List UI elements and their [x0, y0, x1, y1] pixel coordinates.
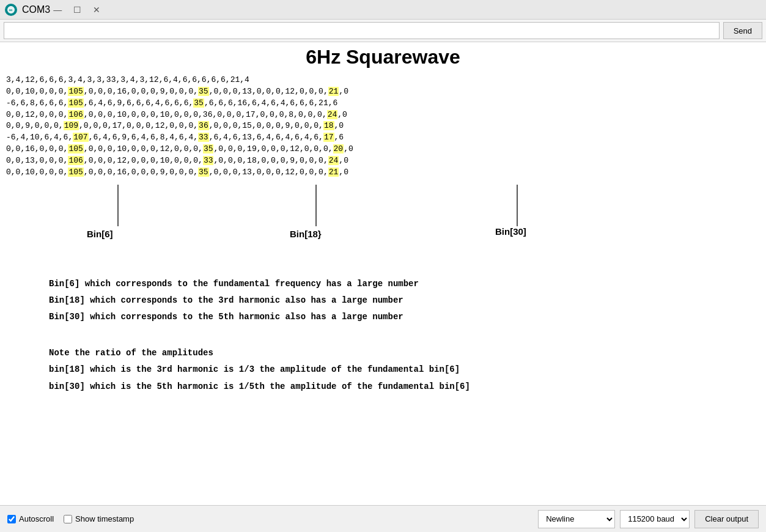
description-area: Bin[6] which corresponds to the fundamen… — [0, 264, 766, 505]
desc-line-2: Bin[18] which corresponds to the 3rd har… — [49, 293, 717, 308]
highlight-bin30-5: 20 — [333, 144, 344, 153]
highlight-bin18-1: 35 — [198, 87, 209, 96]
desc-line-3: Bin[30] which corresponds to the 5th har… — [49, 309, 717, 325]
baud-select[interactable]: 300 baud 1200 baud 2400 baud 4800 baud 9… — [620, 510, 690, 528]
highlight-bin18-2: 35 — [193, 98, 204, 108]
serial-line-6: -6,4,10,6,4,6,107,6,4,6,9,6,4,6,8,4,6,4,… — [6, 132, 760, 144]
timestamp-label: Show timestamp — [75, 514, 134, 523]
highlight-bin6-8: 105 — [68, 168, 83, 177]
highlight-bin18-6: 33 — [203, 156, 214, 165]
serial-output: 3,4,12,6,6,6,3,4,3,3,33,3,4,3,12,6,4,6,6… — [0, 71, 766, 182]
bin30-line — [517, 185, 518, 226]
minimize-button[interactable]: — — [50, 4, 65, 16]
highlight-bin30-1: 21 — [328, 87, 339, 96]
close-button[interactable]: ✕ — [89, 4, 104, 16]
main-content: 6Hz Squarewave 3,4,12,6,6,6,3,4,3,3,33,3… — [0, 42, 766, 505]
bin30-label: Bin[30] — [495, 226, 526, 237]
highlight-bin6-6: 105 — [68, 144, 83, 153]
note-line-1: Note the ratio of the amplitudes — [49, 345, 717, 361]
highlight-bin6-2: 105 — [68, 98, 83, 108]
highlight-bin30-2: 24 — [327, 110, 338, 119]
serial-line-3: -6,6,8,6,6,6,105,6,4,6,9,6,6,6,4,6,6,6,3… — [6, 98, 760, 109]
highlight-bin6-3: 106 — [68, 110, 83, 119]
serial-line-4: 0,0,12,0,0,0,106,0,0,0,10,0,0,0,10,0,0,0… — [6, 109, 760, 121]
highlight-bin18-5: 35 — [203, 144, 214, 153]
serial-line-2: 0,0,10,0,0,0,105,0,0,0,16,0,0,0,9,0,0,0,… — [6, 86, 760, 98]
serial-line-9: 0,0,10,0,0,0,105,0,0,0,16,0,0,0,9,0,0,0,… — [6, 167, 760, 179]
serial-line-8: 0,0,13,0,0,0,106,0,0,0,12,0,0,0,10,0,0,0… — [6, 155, 760, 167]
highlight-bin18-3: 36 — [198, 121, 209, 130]
annotation-area: Bin[6] Bin[18} Bin[30] — [0, 185, 766, 264]
svg-text:∞: ∞ — [9, 7, 13, 13]
bottombar-right: No line ending Newline Carriage return B… — [538, 510, 759, 528]
highlight-bin18-4: 33 — [198, 133, 209, 142]
note-line-3: bin[30] which is the 5th harmonic is 1/5… — [49, 379, 717, 394]
send-bar: Send — [0, 20, 766, 42]
serial-line-7: 0,0,16,0,0,0,105,0,0,0,10,0,0,0,12,0,0,0… — [6, 144, 760, 155]
highlight-bin6-7: 106 — [68, 156, 83, 165]
page-title: 6Hz Squarewave — [0, 42, 766, 71]
highlight-bin30-6: 24 — [328, 156, 339, 165]
timestamp-group: Show timestamp — [64, 514, 134, 523]
autoscroll-checkbox[interactable] — [7, 515, 16, 523]
serial-line-5: 0,0,9,0,0,0,109,0,0,0,17,0,0,0,12,0,0,0,… — [6, 120, 760, 132]
arduino-logo: ∞ — [5, 4, 17, 16]
highlight-bin30-7: 21 — [328, 168, 339, 177]
titlebar: ∞ COM3 — ☐ ✕ — [0, 0, 766, 20]
desc-line-1: Bin[6] which corresponds to the fundamen… — [49, 276, 717, 292]
highlight-bin18-7: 35 — [198, 168, 209, 177]
bin18-label: Bin[18} — [290, 229, 322, 239]
send-button[interactable]: Send — [723, 22, 762, 39]
autoscroll-group: Autoscroll — [7, 514, 54, 523]
maximize-button[interactable]: ☐ — [70, 4, 84, 16]
highlight-bin6-4: 109 — [64, 121, 79, 130]
bottombar: Autoscroll Show timestamp No line ending… — [0, 505, 766, 532]
highlight-bin6-1: 105 — [68, 87, 83, 96]
window-controls: — ☐ ✕ — [50, 4, 104, 16]
bin6-line — [117, 185, 119, 226]
highlight-bin30-4: 17 — [323, 133, 334, 142]
highlight-bin30-3: 18 — [323, 121, 334, 130]
clear-output-button[interactable]: Clear output — [694, 510, 759, 528]
autoscroll-label: Autoscroll — [19, 514, 54, 523]
timestamp-checkbox[interactable] — [64, 515, 72, 523]
window-title: COM3 — [22, 4, 50, 15]
send-input[interactable] — [4, 22, 720, 39]
bin6-label: Bin[6] — [87, 229, 113, 239]
highlight-bin6-5: 107 — [73, 133, 88, 142]
bin18-line — [315, 185, 317, 226]
newline-select[interactable]: No line ending Newline Carriage return B… — [538, 510, 615, 528]
serial-line-1: 3,4,12,6,6,6,3,4,3,3,33,3,4,3,12,6,4,6,6… — [6, 75, 760, 86]
note-line-2: bin[18] which is the 3rd harmonic is 1/3… — [49, 362, 717, 377]
